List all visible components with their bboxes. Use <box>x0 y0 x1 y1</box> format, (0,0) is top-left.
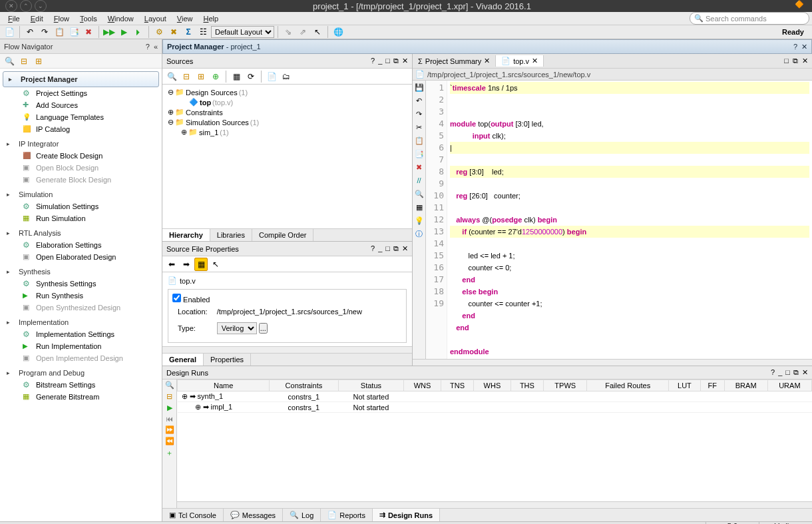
nav-item-run-synthesis[interactable]: Run Synthesis <box>0 290 162 302</box>
help-icon[interactable]: ? <box>146 43 150 51</box>
elab-icon[interactable]: ▦ <box>414 202 425 212</box>
maximize-icon[interactable]: □ <box>784 57 789 65</box>
nav-item-simulation-settings[interactable]: Simulation Settings <box>0 200 162 212</box>
table-header[interactable]: Name <box>178 380 270 392</box>
menu-help[interactable]: Help <box>198 15 224 23</box>
table-header[interactable]: Failed Routes <box>587 380 669 392</box>
bottom-tab-reports[interactable]: 📄Reports <box>321 509 373 521</box>
info-icon[interactable]: ⓘ <box>414 228 425 239</box>
bottom-tab-tcl-console[interactable]: ▣Tcl Console <box>162 509 224 521</box>
popout-icon[interactable]: ⧉ <box>393 244 399 253</box>
sheet-icon[interactable]: ☷ <box>196 25 210 39</box>
minimize-icon[interactable]: _ <box>778 368 782 377</box>
nav-item-run-implementation[interactable]: Run Implementation <box>0 340 162 352</box>
table-header[interactable]: LUT <box>669 380 701 392</box>
bottom-tab-messages[interactable]: 💬Messages <box>224 509 283 521</box>
popout-icon[interactable]: ⧉ <box>793 57 798 65</box>
nav-item-elaboration-settings[interactable]: Elaboration Settings <box>0 239 162 251</box>
table-header[interactable]: BRAM <box>724 380 767 392</box>
editor-tab[interactable]: Σ Project Summary ✕ <box>413 55 496 67</box>
source-tree-item[interactable]: ⊕📁 Constraints <box>164 107 411 117</box>
refresh-icon[interactable]: ⟳ <box>244 70 258 83</box>
nav-item-run-simulation[interactable]: Run Simulation <box>0 212 162 224</box>
search-icon[interactable]: 🔍 <box>165 70 178 83</box>
close-icon[interactable]: ✕ <box>484 57 490 65</box>
run-synth-icon[interactable]: ▶▶ <box>102 25 116 39</box>
scrollbar[interactable] <box>177 501 812 508</box>
minimize-icon[interactable]: _ <box>378 57 382 65</box>
add-icon[interactable]: ＋ <box>166 448 173 458</box>
table-header[interactable]: WHS <box>474 380 510 392</box>
nav-item-bitstream-settings[interactable]: Bitstream Settings <box>0 379 162 391</box>
scrollbar[interactable] <box>162 346 412 353</box>
gear-icon[interactable]: ⚙ <box>152 25 166 39</box>
nav-section-rtl-analysis[interactable]: RTL Analysis <box>0 224 162 239</box>
layout-select[interactable]: Default Layout <box>211 26 274 38</box>
menu-flow[interactable]: Flow <box>49 15 75 23</box>
back-icon[interactable]: ⬅ <box>165 258 178 271</box>
table-header[interactable]: TNS <box>441 380 474 392</box>
table-row[interactable]: ⊕ ➡ impl_1constrs_1Not started <box>178 402 812 413</box>
nav-item-synthesis-settings[interactable]: Synthesis Settings <box>0 278 162 290</box>
expand-icon[interactable]: ⊕ <box>182 392 188 400</box>
add-icon[interactable]: ⊕ <box>209 70 222 83</box>
collapse-all-icon[interactable]: ⊟ <box>17 55 31 68</box>
run-icon[interactable]: ▶ <box>167 403 172 412</box>
props-tab-general[interactable]: General <box>162 354 204 366</box>
scrollbar[interactable] <box>413 359 812 366</box>
browse-button[interactable]: ... <box>259 323 268 334</box>
runs-table[interactable]: NameConstraintsStatusWNSTNSWHSTHSTPWSFai… <box>177 380 812 413</box>
nav-section-program-and-debug[interactable]: Program and Debug <box>0 364 162 379</box>
enabled-checkbox[interactable]: Enabled <box>172 296 210 304</box>
props-tab-properties[interactable]: Properties <box>204 354 251 366</box>
help-icon[interactable]: ? <box>371 244 375 253</box>
bottom-tab-log[interactable]: 🔍Log <box>283 509 321 521</box>
delete-icon[interactable]: ✖ <box>414 162 425 172</box>
help-icon[interactable]: ? <box>371 57 375 65</box>
comment-icon[interactable]: // <box>414 175 425 186</box>
expand-all-icon[interactable]: ⊞ <box>32 55 45 68</box>
paste-icon[interactable]: 📑 <box>67 25 81 39</box>
nav-section-ip-integrator[interactable]: IP Integrator <box>0 135 162 150</box>
expand-icon[interactable]: ⊖ <box>168 118 174 127</box>
close-icon[interactable]: ✕ <box>402 57 408 65</box>
sigma-icon[interactable]: Σ <box>182 25 195 39</box>
collapse-icon[interactable]: « <box>154 43 158 51</box>
source-tree-item[interactable]: 🔷 top (top.v) <box>164 97 411 107</box>
menu-layout[interactable]: Layout <box>139 15 172 23</box>
redo-icon[interactable]: ↷ <box>38 25 51 39</box>
undo-icon[interactable]: ↶ <box>414 95 425 106</box>
nav-item-add-sources[interactable]: Add Sources <box>0 99 162 111</box>
highlight-icon[interactable]: ▦ <box>194 258 208 271</box>
run-step-icon[interactable]: ⏵ <box>132 25 145 39</box>
sources-tree[interactable]: ⊖📁 Design Sources (1)🔷 top (top.v)⊕📁 Con… <box>162 85 412 228</box>
nav-item-language-templates[interactable]: Language Templates <box>0 111 162 123</box>
redo-icon[interactable]: ↷ <box>414 109 425 119</box>
hierarchy-icon[interactable]: 🗂 <box>280 70 293 83</box>
cut-icon[interactable]: ✂ <box>414 122 425 132</box>
paste-icon[interactable]: 📑 <box>414 148 425 159</box>
bulb-icon[interactable]: 💡 <box>414 215 425 226</box>
editor-tab[interactable]: 📄 top.v ✕ <box>496 55 544 67</box>
menu-file[interactable]: File <box>3 15 25 23</box>
sources-tab-compile-order[interactable]: Compile Order <box>252 229 314 241</box>
sources-tab-libraries[interactable]: Libraries <box>210 229 252 241</box>
close-icon[interactable]: ✕ <box>802 368 808 377</box>
table-header[interactable]: Status <box>338 380 404 392</box>
next-icon[interactable]: ⏩ <box>165 425 174 434</box>
search-icon[interactable]: 🔍 <box>165 381 174 390</box>
nav-item-open-elaborated-design[interactable]: Open Elaborated Design <box>0 251 162 263</box>
world-icon[interactable]: 🌐 <box>331 25 345 39</box>
expand-icon[interactable]: ⊕ <box>195 403 201 411</box>
table-header[interactable]: TPWS <box>544 380 587 392</box>
expand-icon[interactable]: ⊕ <box>168 108 174 117</box>
bottom-tab-design-runs[interactable]: ⇉Design Runs <box>373 509 440 521</box>
maximize-icon[interactable]: □ <box>385 244 390 253</box>
menu-view[interactable]: View <box>172 15 198 23</box>
table-header[interactable]: Constraints <box>270 380 338 392</box>
source-tree-item[interactable]: ⊖📁 Simulation Sources (1) <box>164 117 411 127</box>
module-icon[interactable]: ▦ <box>230 70 243 83</box>
nav-section-implementation[interactable]: Implementation <box>0 314 162 328</box>
maximize-icon[interactable]: □ <box>385 57 390 65</box>
maximize-icon[interactable]: □ <box>785 368 790 377</box>
